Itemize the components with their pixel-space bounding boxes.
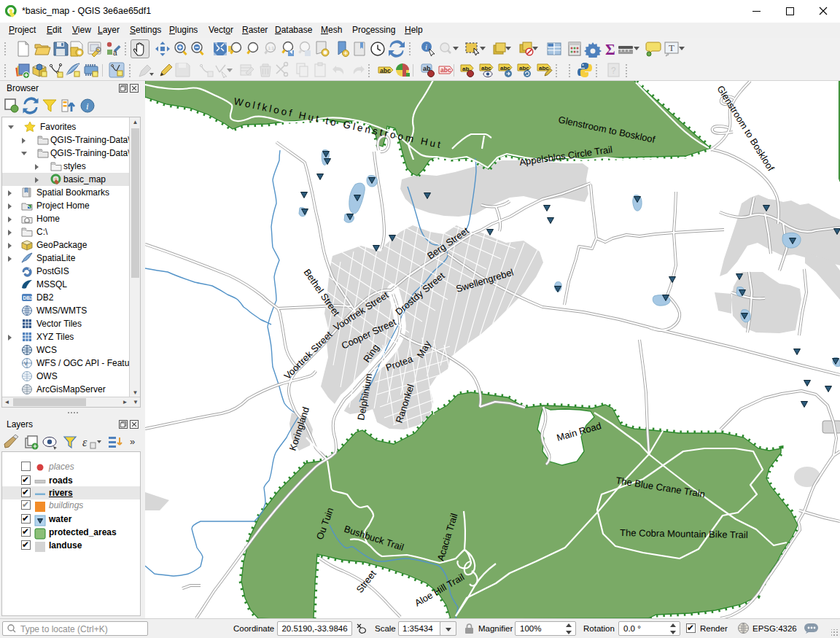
svg-text:abc: abc [440, 66, 451, 74]
svg-text:i: i [86, 101, 89, 112]
svg-text:?: ? [611, 66, 616, 76]
svg-text:a: a [113, 49, 117, 57]
svg-text:1:1: 1:1 [268, 46, 275, 50]
svg-text:abc: abc [539, 65, 549, 71]
svg-text:V: V [24, 361, 28, 366]
svg-text:T: T [669, 42, 674, 53]
svg-text:Σ: Σ [605, 41, 615, 58]
svg-text:The Cobra Mountain Bike Trail: The Cobra Mountain Bike Trail [620, 527, 748, 540]
svg-text:DB2: DB2 [23, 295, 33, 300]
svg-text:ε: ε [82, 436, 88, 448]
svg-text:abc: abc [380, 67, 391, 74]
svg-text:abc: abc [481, 65, 491, 71]
svg-text:i: i [425, 42, 427, 51]
